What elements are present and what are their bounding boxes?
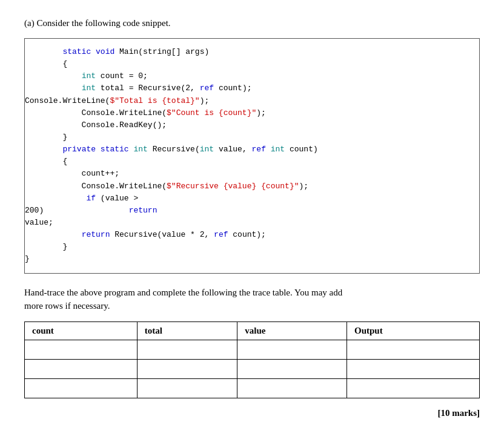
marks-label: [10 marks]	[24, 408, 480, 418]
code-line-4: int total = Recursive(2, ref count);	[25, 82, 474, 94]
cell-total-2	[137, 359, 237, 378]
table-row	[25, 378, 480, 398]
code-line-14: if (value >	[25, 193, 474, 205]
col-header-value: value	[237, 321, 347, 340]
code-line-2: {	[25, 58, 474, 70]
code-line-19: }	[25, 241, 474, 253]
cell-count-1	[25, 340, 138, 359]
cell-total-1	[137, 340, 237, 359]
code-line-12: count++;	[25, 168, 474, 180]
cell-value-3	[237, 378, 347, 398]
cell-output-2	[347, 359, 480, 378]
code-line-16: value;	[25, 217, 474, 229]
code-line-13: Console.WriteLine($"Recursive {value} {c…	[25, 180, 474, 193]
code-line-8: }	[25, 131, 474, 143]
code-line-5: Console.WriteLine($"Total is {total}");	[25, 95, 474, 107]
instruction-text: Hand-trace the above program and complet…	[24, 286, 480, 313]
code-line-10: private static int Recursive(int value, …	[25, 143, 474, 156]
code-line-15: 200) return	[25, 205, 474, 217]
code-line-18: return Recursive(value * 2, ref count);	[25, 229, 474, 241]
code-line-20: }	[25, 253, 474, 265]
question-label: (a) Consider the following code snippet.	[24, 18, 480, 28]
col-header-output: Output	[347, 321, 480, 340]
cell-output-3	[347, 378, 480, 398]
trace-table: count total value Output	[24, 321, 480, 398]
code-line-6: Console.WriteLine($"Count is {count}");	[25, 107, 474, 119]
code-line-11: {	[25, 156, 474, 168]
code-line-1: static void Main(string[] args)	[25, 46, 474, 58]
instruction-line-2: more rows if necessary.	[24, 301, 110, 311]
col-header-count: count	[25, 321, 138, 340]
code-line-7: Console.ReadKey();	[25, 119, 474, 131]
table-row	[25, 359, 480, 378]
code-line-3: int count = 0;	[25, 70, 474, 82]
cell-total-3	[137, 378, 237, 398]
instruction-line-1: Hand-trace the above program and complet…	[24, 288, 342, 297]
cell-value-1	[237, 340, 347, 359]
col-header-total: total	[137, 321, 237, 340]
table-header-row: count total value Output	[25, 321, 480, 340]
cell-count-2	[25, 359, 138, 378]
cell-count-3	[25, 378, 138, 398]
cell-output-1	[347, 340, 480, 359]
cell-value-2	[237, 359, 347, 378]
code-snippet: static void Main(string[] args) { int co…	[24, 38, 480, 274]
table-row	[25, 340, 480, 359]
